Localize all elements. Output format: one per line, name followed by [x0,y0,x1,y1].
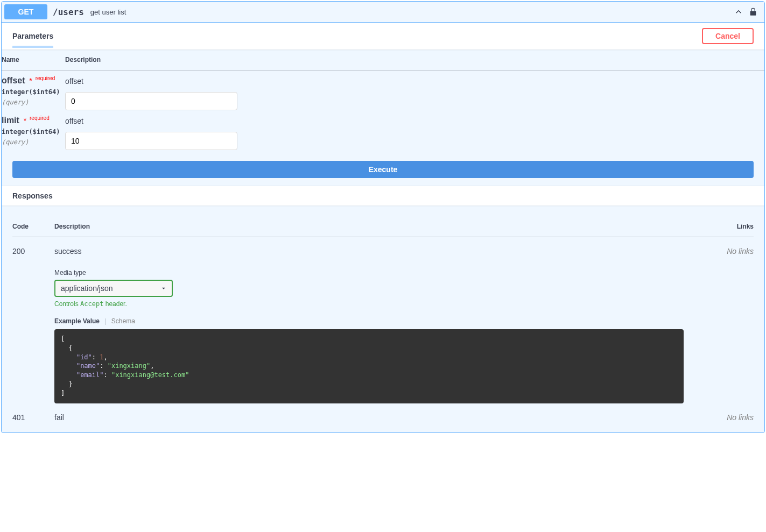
no-links-label: No links [727,247,754,256]
required-star-icon: * [22,116,26,125]
param-description: offset [65,117,764,125]
media-type-label: Media type [54,269,684,276]
param-header-description: Description [65,49,764,70]
parameters-table: Name Description offset * required integ… [2,49,764,150]
parameter-row: limit * required integer($int64) (query)… [2,110,764,150]
schema-tab[interactable]: Schema [111,317,135,325]
response-header-code: Code [12,216,54,237]
responses-table: Code Description Links 200 success Media… [12,216,754,422]
response-header-description: Description [54,216,705,237]
media-type-select[interactable]: application/json [54,280,173,297]
tab-separator: | [101,317,109,325]
response-row: 200 success Media type application/json [12,237,754,403]
param-name: offset [2,76,25,85]
lock-icon[interactable] [749,8,757,16]
required-star-icon: * [27,76,32,85]
parameter-row: offset * required integer($int64) (query… [2,70,764,111]
response-code: 401 [12,403,54,422]
example-value-tab[interactable]: Example Value [54,317,100,325]
param-type: integer($int64) [2,86,65,98]
response-header-links: Links [705,216,754,237]
parameters-header: Parameters Cancel [2,23,764,49]
operation-path: /users [53,7,84,17]
execute-button[interactable]: Execute [12,161,754,178]
parameters-tab[interactable]: Parameters [12,32,53,48]
response-row: 401 fail No links [12,403,754,422]
required-label: required [29,115,50,121]
response-code: 200 [12,237,54,403]
responses-title: Responses [12,191,53,200]
example-code-block[interactable]: [ { "id": 1, "name": "xingxiang", "email… [54,329,684,403]
operation-description: get user list [90,8,126,16]
param-name: limit [2,116,19,125]
chevron-up-icon[interactable] [734,7,743,17]
responses-header: Responses [2,186,764,205]
response-description: fail [54,413,684,422]
no-links-label: No links [727,413,754,422]
param-in: (query) [2,98,65,106]
required-label: required [34,75,55,81]
response-description: success [54,247,684,256]
cancel-button[interactable]: Cancel [702,28,754,44]
method-badge: GET [4,4,47,19]
param-in: (query) [2,138,65,146]
operation-block: GET /users get user list Parameters Canc… [1,1,765,433]
limit-input[interactable] [65,132,237,150]
accept-hint: Controls Accept header. [54,300,684,308]
operation-summary[interactable]: GET /users get user list [2,2,764,23]
param-header-name: Name [2,49,65,70]
param-description: offset [65,77,764,86]
offset-input[interactable] [65,92,237,110]
param-type: integer($int64) [2,125,65,138]
